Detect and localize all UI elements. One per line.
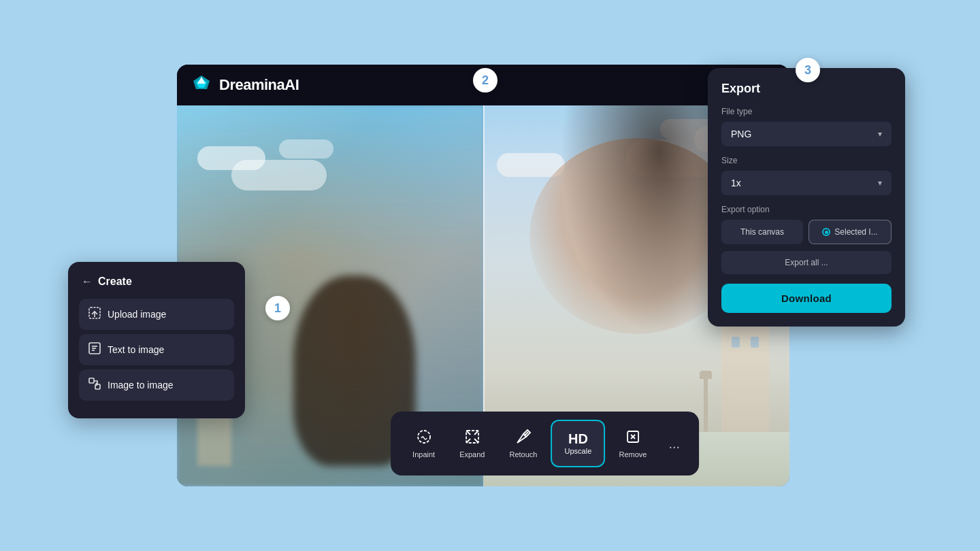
upscale-text: Upscale bbox=[565, 447, 592, 455]
step-badge-1: 1 bbox=[265, 296, 290, 320]
step-badge-3: 3 bbox=[796, 58, 820, 82]
logo-icon bbox=[191, 74, 212, 96]
remove-icon bbox=[625, 429, 641, 448]
selected-button[interactable]: Selected I... bbox=[808, 220, 892, 244]
step-badge-2: 2 bbox=[473, 68, 497, 93]
image-to-image-label: Image to image bbox=[108, 380, 174, 390]
more-button[interactable]: ... bbox=[660, 431, 688, 457]
size-value: 1x bbox=[731, 178, 741, 188]
file-type-select[interactable]: PNG ▾ bbox=[721, 122, 892, 146]
expand-tool[interactable]: Expand bbox=[448, 423, 495, 464]
image-to-image-item[interactable]: Image to image bbox=[79, 369, 234, 401]
svg-rect-15 bbox=[89, 378, 94, 383]
hd-text: HD bbox=[568, 432, 588, 446]
canvas-divider bbox=[483, 105, 485, 432]
create-panel: ← Create Upload image bbox=[68, 262, 245, 418]
export-title: Export bbox=[721, 82, 892, 96]
inpaint-icon bbox=[416, 429, 432, 448]
file-type-arrow: ▾ bbox=[878, 129, 882, 139]
bottom-toolbar: Inpaint Expand bbox=[391, 412, 699, 475]
create-header: ← Create bbox=[79, 276, 234, 288]
size-arrow: ▾ bbox=[878, 178, 882, 188]
download-button[interactable]: Download bbox=[721, 284, 892, 313]
size-label: Size bbox=[721, 156, 892, 165]
text-to-image-icon bbox=[88, 342, 101, 357]
remove-label: Remove bbox=[619, 450, 647, 458]
export-option-label: Export option bbox=[721, 205, 892, 214]
radio-selected-icon bbox=[822, 228, 830, 236]
text-to-image-label: Text to image bbox=[108, 344, 164, 355]
export-panel: Export File type PNG ▾ Size 1x ▾ Export … bbox=[708, 68, 905, 327]
remove-tool[interactable]: Remove bbox=[608, 423, 657, 464]
canvas-area: Inpaint Expand bbox=[177, 105, 789, 486]
back-arrow-icon[interactable]: ← bbox=[82, 276, 93, 288]
svg-point-3 bbox=[418, 431, 430, 443]
retouch-tool[interactable]: Retouch bbox=[498, 423, 548, 464]
text-to-image-item[interactable]: Text to image bbox=[79, 334, 234, 365]
inpaint-label: Inpaint bbox=[412, 450, 435, 458]
expand-label: Expand bbox=[459, 450, 485, 458]
create-title: Create bbox=[98, 276, 132, 288]
upload-image-item[interactable]: Upload image bbox=[79, 299, 234, 330]
retouch-label: Retouch bbox=[509, 450, 537, 458]
export-options-row: This canvas Selected I... bbox=[721, 220, 892, 244]
app-window: DreaminaAI bbox=[177, 65, 789, 486]
retouch-icon bbox=[515, 429, 532, 448]
file-type-label: File type bbox=[721, 107, 892, 116]
file-type-value: PNG bbox=[731, 129, 751, 139]
image-to-image-icon bbox=[88, 378, 101, 393]
app-title: DreaminaAI bbox=[219, 76, 299, 94]
size-select[interactable]: 1x ▾ bbox=[721, 171, 892, 195]
upload-image-label: Upload image bbox=[108, 309, 166, 320]
this-canvas-button[interactable]: This canvas bbox=[721, 220, 803, 244]
hd-upscale-button[interactable]: HD Upscale bbox=[551, 420, 605, 467]
export-all-button[interactable]: Export all ... bbox=[721, 251, 892, 274]
upload-icon bbox=[88, 307, 101, 322]
expand-icon bbox=[464, 429, 480, 448]
inpaint-tool[interactable]: Inpaint bbox=[402, 423, 446, 464]
